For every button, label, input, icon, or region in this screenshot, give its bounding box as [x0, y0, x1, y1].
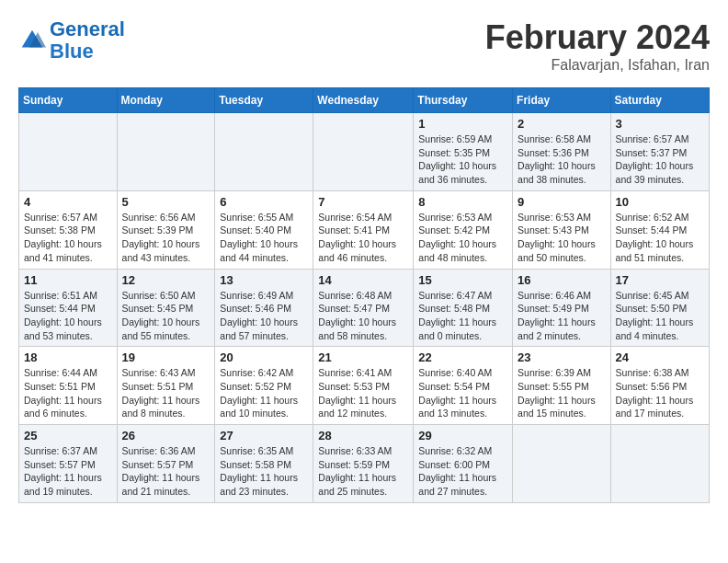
- day-info: Sunrise: 6:55 AM Sunset: 5:40 PM Dayligh…: [220, 211, 308, 265]
- sunrise-label: Sunrise: 6:48 AM: [318, 290, 392, 301]
- day-info: Sunrise: 6:35 AM Sunset: 5:58 PM Dayligh…: [220, 444, 308, 499]
- day-number: 18: [24, 350, 112, 364]
- sunrise-label: Sunrise: 6:40 AM: [418, 367, 492, 378]
- day-number: 15: [418, 273, 507, 287]
- day-info: Sunrise: 6:43 AM Sunset: 5:51 PM Dayligh…: [122, 366, 210, 420]
- table-row: 11 Sunrise: 6:51 AM Sunset: 5:44 PM Dayl…: [19, 269, 118, 347]
- daylight-label: Daylight: 10 hours and 46 minutes.: [318, 238, 396, 263]
- sunrise-label: Sunrise: 6:50 AM: [122, 290, 196, 301]
- col-tuesday: Tuesday: [215, 88, 313, 113]
- sunset-label: Sunset: 5:45 PM: [122, 303, 194, 314]
- day-number: 27: [220, 429, 308, 442]
- sunset-label: Sunset: 5:49 PM: [518, 303, 589, 314]
- daylight-label: Daylight: 10 hours and 55 minutes.: [122, 316, 200, 341]
- sunset-label: Sunset: 5:40 PM: [220, 224, 291, 236]
- table-row: 27 Sunrise: 6:35 AM Sunset: 5:58 PM Dayl…: [215, 425, 313, 503]
- daylight-label: Daylight: 10 hours and 53 minutes.: [24, 316, 102, 341]
- sunrise-label: Sunrise: 6:52 AM: [616, 212, 689, 223]
- day-number: 17: [616, 273, 704, 287]
- sunrise-label: Sunrise: 6:38 AM: [616, 367, 689, 378]
- daylight-label: Daylight: 11 hours and 10 minutes.: [220, 395, 298, 419]
- table-row: 22 Sunrise: 6:40 AM Sunset: 5:54 PM Dayl…: [414, 347, 513, 425]
- calendar-header-row: Sunday Monday Tuesday Wednesday Thursday…: [19, 88, 710, 113]
- sunset-label: Sunset: 5:51 PM: [24, 381, 96, 392]
- daylight-label: Daylight: 11 hours and 12 minutes.: [318, 395, 396, 419]
- daylight-label: Daylight: 10 hours and 48 minutes.: [418, 238, 496, 263]
- day-info: Sunrise: 6:32 AM Sunset: 6:00 PM Dayligh…: [418, 444, 507, 499]
- daylight-label: Daylight: 10 hours and 58 minutes.: [318, 316, 396, 341]
- sunset-label: Sunset: 5:44 PM: [24, 303, 96, 314]
- table-row: 25 Sunrise: 6:37 AM Sunset: 5:57 PM Dayl…: [19, 425, 118, 503]
- table-row: 14 Sunrise: 6:48 AM Sunset: 5:47 PM Dayl…: [313, 269, 414, 347]
- day-info: Sunrise: 6:56 AM Sunset: 5:39 PM Dayligh…: [122, 211, 210, 265]
- col-thursday: Thursday: [414, 88, 513, 113]
- calendar-week-row: 25 Sunrise: 6:37 AM Sunset: 5:57 PM Dayl…: [19, 425, 710, 503]
- calendar-week-row: 18 Sunrise: 6:44 AM Sunset: 5:51 PM Dayl…: [19, 347, 710, 425]
- day-info: Sunrise: 6:33 AM Sunset: 5:59 PM Dayligh…: [318, 444, 408, 499]
- daylight-label: Daylight: 11 hours and 21 minutes.: [122, 472, 200, 497]
- sunrise-label: Sunrise: 6:46 AM: [518, 290, 591, 301]
- table-row: 13 Sunrise: 6:49 AM Sunset: 5:46 PM Dayl…: [215, 269, 313, 347]
- col-saturday: Saturday: [610, 88, 709, 113]
- table-row: 1 Sunrise: 6:59 AM Sunset: 5:35 PM Dayli…: [414, 113, 513, 191]
- day-number: 25: [24, 429, 112, 442]
- table-row: 28 Sunrise: 6:33 AM Sunset: 5:59 PM Dayl…: [313, 425, 414, 503]
- sunrise-label: Sunrise: 6:44 AM: [24, 367, 97, 378]
- table-row: 6 Sunrise: 6:55 AM Sunset: 5:40 PM Dayli…: [215, 190, 313, 269]
- sunrise-label: Sunrise: 6:47 AM: [418, 290, 492, 301]
- day-info: Sunrise: 6:45 AM Sunset: 5:50 PM Dayligh…: [616, 289, 704, 343]
- daylight-label: Daylight: 10 hours and 51 minutes.: [616, 238, 694, 263]
- day-info: Sunrise: 6:54 AM Sunset: 5:41 PM Dayligh…: [318, 211, 408, 265]
- sunset-label: Sunset: 5:51 PM: [122, 381, 194, 392]
- sunset-label: Sunset: 5:54 PM: [418, 381, 490, 392]
- sunset-label: Sunset: 5:52 PM: [220, 381, 291, 392]
- table-row: [610, 425, 709, 503]
- calendar-week-row: 4 Sunrise: 6:57 AM Sunset: 5:38 PM Dayli…: [19, 190, 710, 269]
- col-sunday: Sunday: [19, 88, 118, 113]
- table-row: 26 Sunrise: 6:36 AM Sunset: 5:57 PM Dayl…: [117, 425, 215, 503]
- logo-blue: Blue: [50, 40, 94, 63]
- month-title: February 2024: [485, 18, 710, 57]
- daylight-label: Daylight: 10 hours and 43 minutes.: [122, 238, 200, 263]
- table-row: [19, 113, 118, 191]
- sunset-label: Sunset: 5:53 PM: [318, 381, 390, 392]
- table-row: 18 Sunrise: 6:44 AM Sunset: 5:51 PM Dayl…: [19, 347, 118, 425]
- day-number: 2: [518, 117, 606, 131]
- table-row: 9 Sunrise: 6:53 AM Sunset: 5:43 PM Dayli…: [513, 190, 611, 269]
- sunset-label: Sunset: 5:47 PM: [318, 303, 390, 314]
- day-number: 1: [418, 117, 507, 131]
- sunset-label: Sunset: 5:42 PM: [418, 224, 490, 236]
- sunrise-label: Sunrise: 6:54 AM: [318, 212, 392, 223]
- sunset-label: Sunset: 5:36 PM: [518, 147, 589, 158]
- day-info: Sunrise: 6:52 AM Sunset: 5:44 PM Dayligh…: [616, 211, 704, 265]
- daylight-label: Daylight: 11 hours and 25 minutes.: [318, 472, 396, 497]
- day-number: 12: [122, 273, 210, 287]
- table-row: 17 Sunrise: 6:45 AM Sunset: 5:50 PM Dayl…: [610, 269, 709, 347]
- sunrise-label: Sunrise: 6:57 AM: [24, 212, 97, 223]
- daylight-label: Daylight: 11 hours and 6 minutes.: [24, 395, 102, 419]
- day-number: 10: [616, 195, 704, 209]
- logo: General Blue: [18, 18, 125, 63]
- table-row: 29 Sunrise: 6:32 AM Sunset: 6:00 PM Dayl…: [414, 425, 513, 503]
- sunset-label: Sunset: 5:59 PM: [318, 459, 390, 470]
- daylight-label: Daylight: 11 hours and 13 minutes.: [418, 395, 496, 419]
- table-row: [513, 425, 611, 503]
- sunrise-label: Sunrise: 6:59 AM: [418, 133, 492, 144]
- sunrise-label: Sunrise: 6:36 AM: [122, 445, 196, 456]
- sunset-label: Sunset: 5:43 PM: [518, 224, 589, 236]
- daylight-label: Daylight: 10 hours and 50 minutes.: [518, 238, 596, 263]
- calendar-table: Sunday Monday Tuesday Wednesday Thursday…: [18, 87, 710, 503]
- sunrise-label: Sunrise: 6:53 AM: [418, 212, 492, 223]
- day-number: 13: [220, 273, 308, 287]
- day-number: 22: [418, 350, 507, 364]
- sunrise-label: Sunrise: 6:39 AM: [518, 367, 591, 378]
- sunrise-label: Sunrise: 6:33 AM: [318, 445, 392, 456]
- sunrise-label: Sunrise: 6:32 AM: [418, 445, 492, 456]
- table-row: [215, 113, 313, 191]
- table-row: 16 Sunrise: 6:46 AM Sunset: 5:49 PM Dayl…: [513, 269, 611, 347]
- day-info: Sunrise: 6:36 AM Sunset: 5:57 PM Dayligh…: [122, 444, 210, 499]
- logo-general: General: [50, 17, 125, 40]
- day-info: Sunrise: 6:57 AM Sunset: 5:38 PM Dayligh…: [24, 211, 112, 265]
- day-number: 5: [122, 195, 210, 209]
- day-number: 9: [518, 195, 606, 209]
